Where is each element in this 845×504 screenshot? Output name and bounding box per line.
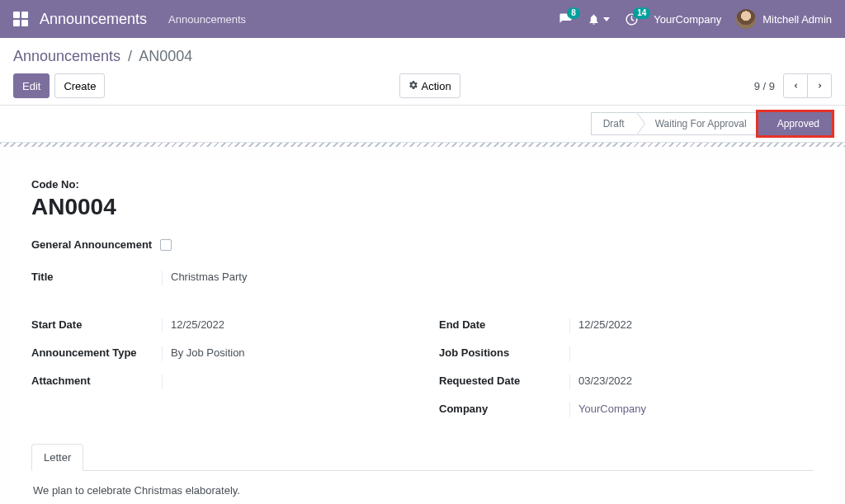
status-waiting[interactable]: Waiting For Approval: [636, 112, 759, 135]
requested-date-value: 03/23/2022: [569, 374, 814, 389]
job-positions-label: Job Positions: [439, 346, 569, 359]
status-draft[interactable]: Draft: [591, 112, 637, 135]
general-announcement-label: General Announcement: [31, 238, 152, 251]
app-brand: Announcements: [40, 11, 147, 28]
messages-badge: 8: [567, 7, 580, 19]
chevron-left-icon: [792, 81, 800, 91]
start-date-label: Start Date: [31, 318, 162, 331]
chevron-right-icon: [816, 81, 824, 91]
announcement-type-value: By Job Position: [162, 346, 406, 361]
activities-badge: 14: [633, 7, 650, 19]
pager-prev-button[interactable]: [783, 73, 808, 98]
attachment-value: [162, 374, 406, 389]
breadcrumb-current: AN0004: [139, 48, 192, 64]
title-label: Title: [31, 271, 162, 283]
announcement-type-label: Announcement Type: [31, 346, 162, 359]
form-sheet: Code No: AN0004 General Announcement Tit…: [12, 158, 833, 504]
activities-icon[interactable]: 14: [625, 12, 639, 26]
attachment-label: Attachment: [31, 374, 162, 387]
gear-icon: [408, 80, 418, 92]
tab-letter[interactable]: Letter: [31, 444, 83, 471]
messages-icon[interactable]: 8: [559, 12, 573, 26]
control-panel: Announcements / AN0004 Edit Create Actio…: [0, 38, 845, 106]
notebook: Letter We plan to celebrate Christmas el…: [31, 444, 814, 504]
form-scroll-area[interactable]: Code No: AN0004 General Announcement Tit…: [0, 147, 845, 504]
company-value[interactable]: YourCompany: [569, 403, 814, 417]
letter-body: We plan to celebrate Christmas elaborate…: [31, 471, 814, 504]
status-approved[interactable]: Approved: [758, 112, 832, 135]
create-button[interactable]: Create: [54, 73, 105, 98]
avatar: [736, 9, 756, 29]
breadcrumb-root[interactable]: Announcements: [13, 48, 120, 64]
action-button[interactable]: Action: [399, 73, 460, 98]
statusbar: Draft Waiting For Approval Approved: [0, 106, 845, 142]
notifications-icon[interactable]: [588, 13, 610, 26]
breadcrumb: Announcements / AN0004: [13, 48, 832, 65]
pager-text[interactable]: 9 / 9: [754, 80, 775, 92]
apps-icon[interactable]: [13, 12, 28, 26]
requested-date-label: Requested Date: [439, 374, 569, 387]
nav-menu-announcements[interactable]: Announcements: [168, 13, 246, 26]
company-label: Company: [439, 403, 569, 415]
general-announcement-checkbox: [160, 239, 172, 251]
top-navbar: Announcements Announcements 8 14 YourCom…: [0, 0, 845, 38]
code-value: AN0004: [31, 194, 814, 220]
job-positions-value: [569, 346, 814, 361]
end-date-label: End Date: [439, 318, 569, 331]
company-switcher[interactable]: YourCompany: [654, 13, 721, 26]
user-name: Mitchell Admin: [762, 13, 832, 26]
user-menu[interactable]: Mitchell Admin: [736, 9, 832, 29]
end-date-value: 12/25/2022: [569, 318, 814, 333]
edit-button[interactable]: Edit: [13, 73, 50, 98]
title-value: Christmas Party: [162, 271, 406, 285]
code-label: Code No:: [31, 178, 814, 191]
pager-next-button[interactable]: [807, 73, 832, 98]
start-date-value: 12/25/2022: [162, 318, 406, 333]
